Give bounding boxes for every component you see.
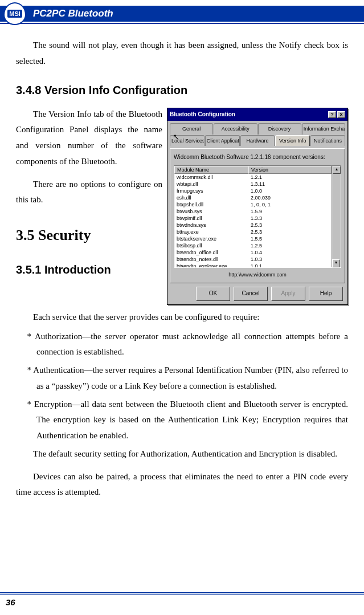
header-title: PC2PC Bluetooth [0, 6, 364, 22]
dialog-button-row: OK Cancel Apply Help [170, 283, 345, 301]
help-button[interactable]: Help [309, 287, 343, 301]
cell-module-name: btsendto_explorer.exe [174, 263, 248, 267]
bullet-authentication: * Authentication—the server requires a P… [16, 363, 348, 394]
list-item[interactable]: btsibcsp.dll1.2.5 [174, 242, 332, 249]
msi-logo: MSI [3, 2, 26, 25]
bluetooth-config-dialog: Bluetooth Configuration ? X General Acce… [167, 108, 348, 305]
tab-information-exchange[interactable]: Information Exchange [302, 123, 345, 135]
cell-version: 1.5.9 [248, 208, 332, 215]
list-item[interactable]: csh.dll2.00.039 [174, 194, 332, 201]
version-list[interactable]: Module Name Version widcommsdk.dll1.2.1w… [174, 165, 341, 268]
cell-module-name: wbtapi.dll [174, 181, 248, 188]
list-item[interactable]: widcommsdk.dll1.2.1 [174, 174, 332, 181]
tab-discovery[interactable]: Discovery [258, 123, 301, 135]
cell-module-name: btsendto_notes.dll [174, 256, 248, 263]
heading-3-4-8: 3.4.8 Version Info Configuration [16, 80, 348, 101]
col-module-name[interactable]: Module Name [174, 166, 248, 174]
tab-general[interactable]: General [170, 123, 213, 135]
cell-module-name: bttray.exe [174, 229, 248, 235]
list-item[interactable]: btxpshell.dll1, 0, 0, 1 [174, 201, 332, 208]
panel-label: Widcomm Bluetooth Software 1.2.1.16 comp… [174, 152, 341, 163]
cell-module-name: btwdndis.sys [174, 222, 248, 229]
list-item[interactable]: btwusb.sys1.5.9 [174, 208, 332, 215]
list-item[interactable]: bttray.exe2.5.3 [174, 229, 332, 235]
para-paired: Devices can also be paired, a process th… [16, 469, 348, 501]
cell-version: 1.0.1 [248, 263, 332, 267]
cell-module-name: csh.dll [174, 194, 248, 201]
list-item[interactable]: btwpimif.dll1.3.3 [174, 215, 332, 222]
cell-version: 1.3.11 [248, 181, 332, 188]
cell-module-name: btsendto_office.dll [174, 249, 248, 256]
para-intro: Each service that the server provides ca… [16, 309, 348, 325]
tab-notifications[interactable]: Notifications [310, 135, 345, 146]
list-item[interactable]: wbtapi.dll1.3.11 [174, 181, 332, 188]
dialog-title-text: Bluetooth Configuration [170, 109, 235, 120]
col-version[interactable]: Version [248, 166, 332, 174]
scrollbar[interactable]: ▴ ▾ [332, 166, 341, 267]
cell-version: 1.2.5 [248, 242, 332, 249]
page-content: The sound will not play, even though it … [0, 24, 364, 500]
tab-client-applications[interactable]: Client Applications [205, 135, 240, 146]
tab-strip: General Accessibility Discovery Informat… [170, 123, 345, 146]
tab-version-info[interactable]: Version Info [275, 135, 310, 146]
cell-module-name: btstackserver.exe [174, 235, 248, 242]
cell-module-name: btsibcsp.dll [174, 242, 248, 249]
cell-version: 2.00.039 [248, 194, 332, 201]
help-icon[interactable]: ? [328, 111, 336, 118]
list-item[interactable]: btsendto_office.dll1.0.4 [174, 249, 332, 256]
cell-module-name: widcommsdk.dll [174, 174, 248, 181]
page-footer: 36 [0, 592, 364, 607]
cell-version: 1.0.0 [248, 188, 332, 194]
cell-module-name: frmupgr.sys [174, 188, 248, 194]
cell-version: 1, 0, 0, 1 [248, 201, 332, 208]
list-item[interactable]: btsendto_explorer.exe1.0.1 [174, 263, 332, 267]
scroll-down-icon[interactable]: ▾ [332, 259, 340, 267]
logo-text: MSI [7, 10, 22, 18]
bullet-encryption: * Encryption—all data sent between the B… [16, 397, 348, 444]
cell-module-name: btwusb.sys [174, 208, 248, 215]
close-icon[interactable]: X [337, 111, 345, 118]
tab-hardware[interactable]: Hardware [240, 135, 275, 146]
list-item[interactable]: frmupgr.sys1.0.0 [174, 188, 332, 194]
dialog-titlebar: Bluetooth Configuration ? X [167, 108, 347, 121]
url-label: http:\\www.widcomm.com [174, 268, 341, 281]
ok-button[interactable]: OK [196, 287, 230, 301]
tab-local-services[interactable]: Local Services [170, 135, 205, 146]
cell-version: 2.5.3 [248, 222, 332, 229]
cancel-button[interactable]: Cancel [234, 287, 268, 301]
cell-version: 1.5.5 [248, 235, 332, 242]
page-number: 36 [0, 597, 364, 607]
list-header: Module Name Version [174, 166, 332, 174]
bullet-authorization: * Authorization—the server operator must… [16, 329, 348, 361]
cell-module-name: btxpshell.dll [174, 201, 248, 208]
cell-version: 1.0.4 [248, 249, 332, 256]
apply-button[interactable]: Apply [271, 287, 305, 301]
cell-version: 1.2.1 [248, 174, 332, 181]
version-panel: Widcomm Bluetooth Software 1.2.1.16 comp… [170, 148, 345, 283]
dialog-figure: Bluetooth Configuration ? X General Acce… [167, 108, 348, 305]
cell-version: 1.3.3 [248, 215, 332, 222]
cell-version: 2.5.3 [248, 229, 332, 235]
cell-version: 1.0.3 [248, 256, 332, 263]
list-item[interactable]: btsendto_notes.dll1.0.3 [174, 256, 332, 263]
page-header: MSI PC2PC Bluetooth [0, 6, 364, 22]
para-notify-note: The sound will not play, even though it … [16, 38, 348, 70]
list-item[interactable]: btwdndis.sys2.5.3 [174, 222, 332, 229]
scroll-up-icon[interactable]: ▴ [333, 166, 341, 174]
tab-accessibility[interactable]: Accessibility [214, 123, 257, 135]
para-default: The default security setting for Authori… [16, 446, 348, 462]
cell-module-name: btwpimif.dll [174, 215, 248, 222]
list-item[interactable]: btstackserver.exe1.5.5 [174, 235, 332, 242]
